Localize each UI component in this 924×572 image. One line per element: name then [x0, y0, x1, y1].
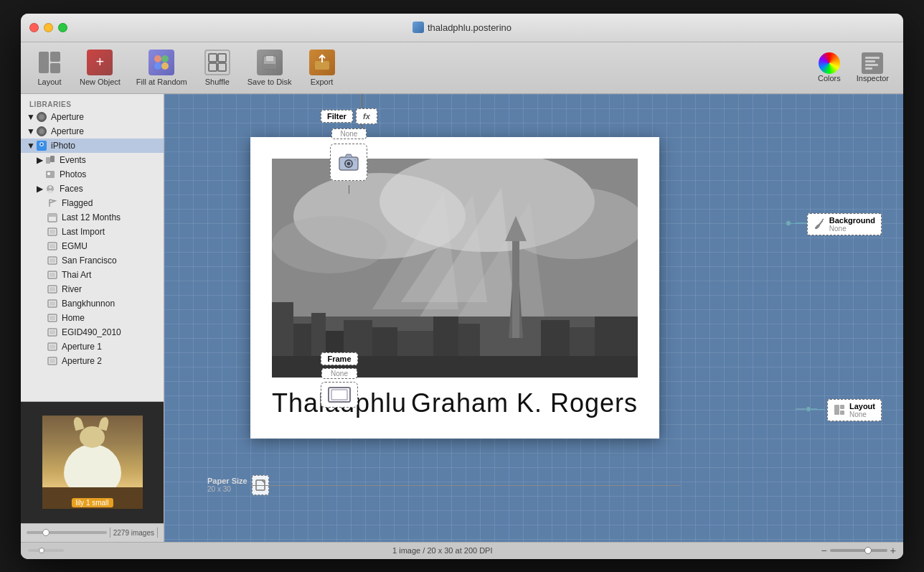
filter-fx-button[interactable]: fx [356, 108, 377, 124]
sidebar-item-flagged[interactable]: Flagged [21, 196, 164, 210]
sidebar-item-photos[interactable]: Photos [21, 167, 164, 182]
sidebar-item-iphoto[interactable]: ▼ iPhoto [21, 139, 164, 153]
svg-point-53 [347, 161, 351, 165]
sidebar-item-egid490[interactable]: EGID490_2010 [21, 325, 164, 339]
sidebar-item-thai-art[interactable]: Thai Art [21, 268, 164, 282]
svg-rect-16 [865, 60, 875, 62]
svg-rect-32 [50, 230, 55, 234]
fill-at-random-icon [148, 50, 174, 75]
collapse-icon: ▼ [28, 143, 34, 149]
svg-point-5 [154, 62, 161, 70]
svg-point-28 [48, 190, 53, 193]
expand-icon: ▶ [37, 186, 42, 192]
frame-annotation: Frame None [321, 352, 358, 408]
svg-rect-18 [865, 67, 872, 70]
sidebar-item-faces[interactable]: ▶ Faces [21, 182, 164, 196]
zoom-plus-button[interactable]: + [890, 545, 896, 556]
image-count: 2279 images [113, 529, 154, 537]
layout-button[interactable]: Layout [28, 45, 71, 90]
iphoto-icon [36, 140, 47, 151]
sidebar-item-egmu[interactable]: EGMU [21, 239, 164, 253]
svg-rect-54 [354, 159, 357, 161]
filter-camera-icon[interactable] [330, 144, 367, 181]
sidebar-item-label: Faces [60, 184, 83, 194]
sidebar-item-aperture2-sub[interactable]: Aperture 2 [21, 354, 164, 368]
preview-label: lily 1 small [71, 498, 113, 507]
fill-at-random-button[interactable]: Fill at Random [129, 45, 194, 90]
frame-label: Frame [321, 352, 357, 365]
svg-point-21 [41, 143, 43, 145]
photos-icon [44, 169, 56, 180]
svg-rect-48 [50, 344, 55, 349]
svg-rect-44 [50, 316, 55, 320]
sidebar-item-aperture1[interactable]: ▼ Aperture [21, 110, 164, 124]
svg-rect-0 [39, 52, 49, 73]
libraries-header: LIBRARIES [21, 98, 164, 110]
sidebar-item-label: EGID490_2010 [62, 327, 121, 337]
svg-rect-12 [266, 56, 273, 61]
shuffle-button[interactable]: Shuffle [196, 45, 239, 90]
export-button[interactable]: Export [301, 45, 344, 90]
animal-head [80, 426, 105, 448]
sidebar-item-label: Aperture 1 [62, 342, 102, 352]
minimize-button[interactable] [44, 23, 53, 32]
sidebar-item-label: San Francisco [62, 255, 117, 266]
background-box: Background None [807, 213, 882, 235]
filter-none: None [331, 128, 367, 139]
svg-rect-34 [50, 244, 55, 248]
save-to-disk-button[interactable]: Save to Disk [240, 45, 299, 90]
slider-thumb [42, 529, 50, 536]
colors-icon [819, 52, 840, 74]
svg-rect-42 [50, 301, 55, 306]
svg-rect-40 [50, 287, 55, 291]
export-icon [309, 50, 335, 75]
new-object-icon: + [87, 50, 113, 75]
close-button[interactable] [29, 23, 39, 32]
filter-annotation: Filter fx None [321, 108, 377, 194]
sidebar-item-last12months[interactable]: Last 12 Months [21, 210, 164, 225]
sidebar-zoom-slider[interactable] [28, 549, 64, 552]
inspector-button[interactable]: Inspector [849, 48, 896, 87]
svg-rect-17 [865, 64, 878, 66]
svg-rect-8 [218, 54, 226, 62]
aperture-icon [36, 111, 47, 123]
svg-rect-50 [50, 359, 55, 363]
canvas-area[interactable]: Filter fx None [164, 94, 903, 542]
zoom-thumb [864, 547, 872, 554]
new-object-button[interactable]: + New Object [72, 45, 128, 90]
svg-rect-7 [209, 54, 217, 62]
album-icon4 [47, 269, 58, 281]
background-connector-line [787, 223, 805, 224]
background-annotation: Background None [807, 213, 882, 235]
colors-button[interactable]: Colors [811, 48, 848, 87]
sidebar-item-san-francisco[interactable]: San Francisco [21, 253, 164, 268]
sidebar-item-label: Home [62, 313, 85, 323]
maximize-button[interactable] [58, 23, 67, 32]
sidebar-item-label: EGMU [62, 241, 88, 251]
sidebar-item-label: Last 12 Months [62, 212, 121, 222]
sidebar-item-label: Thai Art [62, 270, 91, 280]
window-title: thaladphlu.posterino [412, 22, 512, 33]
sidebar-item-label: Flagged [62, 198, 93, 208]
album-icon3 [47, 255, 58, 266]
svg-rect-13 [264, 64, 275, 69]
frame-icon[interactable] [321, 382, 358, 408]
sidebar-item-home[interactable]: Home [21, 311, 164, 325]
zoom-slider[interactable] [830, 549, 887, 552]
svg-rect-23 [50, 156, 55, 162]
inspector-icon [862, 52, 883, 74]
size-slider[interactable] [27, 531, 107, 534]
sidebar-item-aperture1-sub[interactable]: Aperture 1 [21, 339, 164, 354]
sidebar-item-aperture2[interactable]: ▼ Aperture [21, 124, 164, 139]
main-area: LIBRARIES ▼ Aperture ▼ Aperture ▼ [21, 94, 903, 542]
sidebar-item-last-import[interactable]: Last Import [21, 225, 164, 239]
sidebar-item-events[interactable]: ▶ Events [21, 153, 164, 167]
sidebar-item-label: iPhoto [51, 141, 75, 151]
sidebar-item-bangkhunnon[interactable]: Bangkhunnon [21, 296, 164, 311]
svg-rect-80 [840, 405, 844, 409]
main-window: thaladphlu.posterino Layout + New Object [21, 14, 903, 559]
album-icon10 [47, 355, 58, 367]
sidebar-item-river[interactable]: River [21, 282, 164, 296]
zoom-minus-button[interactable]: − [821, 545, 827, 556]
svg-line-78 [822, 219, 824, 220]
